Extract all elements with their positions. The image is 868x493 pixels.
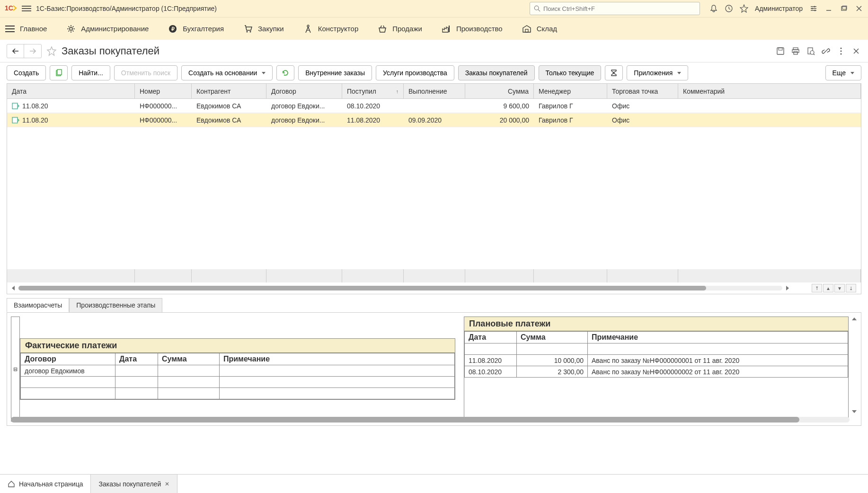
svg-rect-30: [779, 48, 782, 50]
col-comment[interactable]: Комментарий: [678, 84, 861, 98]
document-icon: [12, 117, 19, 123]
user-name[interactable]: Администратор: [755, 5, 803, 12]
svg-rect-29: [777, 48, 784, 54]
print-icon[interactable]: [790, 46, 801, 56]
nav-constructor[interactable]: Конструктор: [303, 24, 359, 34]
col-received-label: Поступил: [347, 88, 376, 95]
col-amount[interactable]: Сумма: [465, 84, 534, 98]
col-number[interactable]: Номер: [135, 84, 192, 98]
bell-icon[interactable]: [709, 4, 718, 13]
more-menu-icon[interactable]: [836, 46, 846, 56]
search-input[interactable]: [543, 5, 696, 12]
table-row[interactable]: 11.08.20НФ000000...Евдокимов САдоговор Е…: [7, 99, 861, 113]
bottom-vscroll[interactable]: [850, 317, 858, 413]
close-form-icon[interactable]: [851, 46, 861, 56]
close-icon[interactable]: [855, 4, 863, 13]
scroll-up-arrow-icon[interactable]: [852, 317, 857, 320]
scroll-right-icon[interactable]: [786, 286, 789, 291]
nav-sales[interactable]: Продажи: [377, 24, 422, 34]
only-current-button[interactable]: Только текущие: [539, 65, 602, 80]
buyer-orders-button[interactable]: Заказы покупателей: [458, 65, 535, 80]
refresh-button[interactable]: [276, 65, 294, 80]
internal-orders-button[interactable]: Внутренние заказы: [298, 65, 372, 80]
svg-line-24: [306, 27, 308, 33]
actual-payments-table: Договор Дата Сумма Примечание договор Ев…: [20, 353, 455, 399]
window-title: 1С-Базис:Производство/Администратор (1С:…: [36, 5, 217, 12]
pp-col-note[interactable]: Примечание: [588, 332, 848, 343]
col-date[interactable]: Дата: [7, 84, 135, 98]
hscrollbar[interactable]: [18, 286, 782, 291]
nav-purchasing[interactable]: Закупки: [243, 24, 284, 34]
scroll-left-icon[interactable]: [12, 286, 15, 291]
nav-accounting[interactable]: ₽Бухгалтерия: [168, 24, 224, 34]
main-menu-icon[interactable]: [22, 4, 31, 13]
table-row[interactable]: 08.10.20202 300,00Аванс по заказу №НФ000…: [465, 366, 848, 378]
table-row[interactable]: договор Евдокимов: [21, 365, 455, 377]
search-box[interactable]: [530, 2, 700, 15]
cell-completion: [404, 99, 465, 113]
favorite-star-icon[interactable]: [46, 46, 57, 56]
wtab-close-icon[interactable]: ✕: [165, 481, 169, 487]
bottom-hscroll[interactable]: [11, 417, 850, 423]
bottom-panel: ⊟ Фактические платежи Договор Дата Сумма…: [7, 312, 861, 426]
col-shop[interactable]: Торговая точка: [607, 84, 678, 98]
create-based-on-button[interactable]: Создать на основании: [181, 65, 273, 80]
col-completion[interactable]: Выполнение: [404, 84, 465, 98]
col-manager[interactable]: Менеджер: [534, 84, 607, 98]
ruble-icon: ₽: [168, 24, 178, 34]
create-button[interactable]: Создать: [7, 65, 46, 80]
production-services-button[interactable]: Услуги производства: [376, 65, 454, 80]
preview-icon[interactable]: [806, 46, 816, 56]
cart-icon: [243, 24, 253, 34]
nav-main[interactable]: Главное: [5, 24, 47, 34]
wtab-orders-label: Заказы покупателей: [98, 480, 161, 488]
document-icon: [12, 103, 19, 109]
save-icon[interactable]: [775, 46, 786, 56]
pp-col-amount[interactable]: Сумма: [517, 332, 588, 343]
svg-line-36: [814, 54, 815, 55]
find-button[interactable]: Найти...: [71, 65, 110, 80]
tab-mutual-settlements[interactable]: Взаиморасчеты: [7, 298, 69, 312]
history-icon[interactable]: [725, 4, 733, 13]
tree-collapse-icon[interactable]: ⊟: [11, 317, 20, 422]
col-counterparty[interactable]: Контрагент: [192, 84, 266, 98]
forward-button[interactable]: [24, 44, 41, 58]
col-received[interactable]: Поступил↑: [342, 84, 404, 98]
scroll-up-icon[interactable]: ▲: [823, 284, 833, 292]
scroll-top-icon[interactable]: ⤒: [812, 284, 822, 292]
scroll-down-arrow-icon[interactable]: [852, 410, 857, 413]
col-contract[interactable]: Договор: [266, 84, 342, 98]
link-icon[interactable]: [821, 46, 831, 56]
cell-amount: [158, 365, 220, 377]
back-button[interactable]: [7, 44, 24, 58]
wtab-home[interactable]: Начальная страница: [0, 475, 91, 493]
table-row[interactable]: 11.08.20НФ000000...Евдокимов САдоговор Е…: [7, 113, 861, 127]
tab-production-stages[interactable]: Производственные этапы: [69, 298, 162, 312]
wtab-orders[interactable]: Заказы покупателей ✕: [91, 475, 177, 493]
ap-col-note[interactable]: Примечание: [220, 353, 455, 365]
nav-production[interactable]: Производство: [441, 24, 503, 34]
table-scroll-row: ⤒ ▲ ▼ ⤓: [7, 282, 861, 294]
maximize-icon[interactable]: [840, 4, 848, 13]
nav-sales-label: Продажи: [392, 25, 422, 33]
scroll-bottom-icon[interactable]: ⤓: [846, 284, 856, 292]
table-row[interactable]: 11.08.202010 000,00Аванс по заказу №НФ00…: [465, 355, 848, 366]
star-icon[interactable]: [740, 4, 748, 13]
pp-col-date[interactable]: Дата: [465, 332, 517, 343]
nav-warehouse[interactable]: Склад: [522, 24, 557, 34]
cell-shop: Офис: [607, 113, 678, 127]
ap-col-amount[interactable]: Сумма: [158, 353, 220, 365]
ap-col-contract[interactable]: Договор: [21, 353, 115, 365]
ap-col-date[interactable]: Дата: [115, 353, 158, 365]
attachments-button[interactable]: Приложения: [627, 65, 688, 80]
nav-accounting-label: Бухгалтерия: [183, 25, 224, 33]
copy-button[interactable]: [50, 65, 68, 80]
sum-button[interactable]: [605, 65, 623, 80]
scroll-down-icon[interactable]: ▼: [834, 284, 845, 292]
settings-icon[interactable]: [809, 4, 818, 13]
window-tabs: Начальная страница Заказы покупателей ✕: [0, 474, 868, 493]
minimize-icon[interactable]: [824, 4, 833, 13]
nav-admin[interactable]: Администрирование: [66, 24, 149, 34]
nav-main-label: Главное: [20, 25, 47, 33]
more-button[interactable]: Еще: [825, 65, 862, 80]
